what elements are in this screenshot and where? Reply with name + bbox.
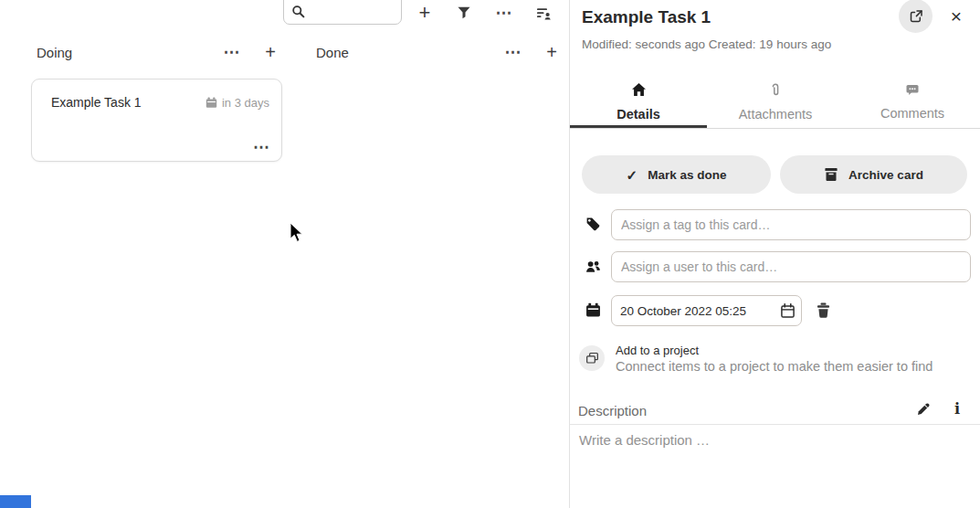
remove-date-button[interactable] — [809, 299, 837, 323]
assignee-filter-button[interactable] — [529, 0, 558, 26]
column-header-doing: Doing ⋯ + — [37, 40, 281, 64]
tab-comments[interactable]: Comments — [844, 77, 980, 128]
archive-icon — [824, 167, 838, 182]
board-menu-button[interactable]: ⋯ — [490, 0, 519, 26]
assign-tag-input[interactable] — [611, 209, 971, 240]
calendar-outline-icon — [780, 303, 796, 319]
plus-icon: + — [546, 43, 557, 61]
open-calendar-button[interactable] — [780, 303, 796, 319]
search-entry[interactable] — [283, 0, 402, 25]
plus-icon: + — [419, 3, 431, 23]
column-header-done: Done ⋯ + — [316, 40, 563, 64]
stray-blue-fragment — [0, 495, 31, 508]
assign-user-input[interactable] — [611, 251, 971, 282]
tab-label: Comments — [880, 106, 944, 121]
plus-icon: + — [265, 43, 276, 61]
add-to-project-row[interactable]: Add to a project Connect items to a proj… — [570, 340, 980, 376]
tab-label: Attachments — [739, 107, 813, 122]
check-icon: ✓ — [627, 168, 638, 182]
task-card[interactable]: Example Task 1 in 3 days ⋯ — [31, 79, 282, 162]
add-to-project-title: Add to a project — [616, 344, 699, 357]
trash-icon — [816, 302, 831, 319]
pencil-icon — [916, 402, 931, 417]
due-date-field[interactable]: 20 October 2022 05:25 — [611, 295, 802, 326]
card-due-badge: in 3 days — [205, 96, 269, 110]
ellipsis-icon: ⋯ — [253, 138, 270, 156]
add-card-button[interactable]: + — [410, 0, 439, 26]
card-title: Example Task 1 — [51, 95, 205, 110]
filter-button[interactable] — [449, 0, 479, 26]
tab-label: Details — [616, 107, 660, 122]
paperclip-icon — [768, 82, 783, 98]
mark-as-done-button[interactable]: ✓ Mark as done — [582, 155, 771, 194]
panel-tabs: Details Attachments Comments — [570, 77, 980, 129]
archive-card-label: Archive card — [848, 168, 923, 182]
info-icon: i — [954, 400, 960, 418]
assignee-list-icon — [536, 5, 552, 21]
description-info-button[interactable]: i — [948, 398, 966, 418]
tab-details[interactable]: Details — [570, 77, 707, 128]
external-link-icon — [909, 9, 923, 24]
mark-as-done-label: Mark as done — [648, 168, 726, 182]
tab-attachments[interactable]: Attachments — [707, 77, 844, 128]
search-icon — [291, 5, 306, 19]
ellipsis-icon: ⋯ — [505, 44, 522, 60]
close-panel-button[interactable]: × — [942, 2, 971, 29]
column-menu-button[interactable]: ⋯ — [502, 41, 524, 63]
search-input[interactable] — [310, 3, 395, 23]
ellipsis-icon: ⋯ — [496, 5, 513, 21]
comment-bubble-icon — [905, 82, 920, 97]
users-icon — [585, 259, 601, 274]
column-add-button[interactable]: + — [259, 41, 281, 63]
ellipsis-icon: ⋯ — [224, 44, 241, 60]
card-menu-button[interactable]: ⋯ — [253, 139, 270, 155]
project-windows-icon — [585, 352, 599, 365]
column-add-button[interactable]: + — [541, 41, 563, 63]
card-details-panel: Example Task 1 Modified: seconds ago Cre… — [569, 0, 980, 508]
card-due-text: in 3 days — [222, 96, 269, 110]
calendar-icon — [585, 302, 601, 318]
panel-title: Example Task 1 — [582, 7, 711, 27]
app-window: + ⋯ Doing ⋯ + — [0, 0, 980, 508]
column-title: Done — [316, 45, 502, 60]
description-placeholder[interactable]: Write a description … — [579, 432, 710, 448]
panel-modified-created-meta: Modified: seconds ago Created: 19 hours … — [582, 37, 831, 51]
close-icon: × — [951, 5, 962, 26]
filter-funnel-icon — [457, 5, 471, 20]
description-divider — [570, 424, 980, 425]
description-label: Description — [578, 403, 647, 418]
mouse-cursor — [290, 222, 303, 243]
due-date-value: 20 October 2022 05:25 — [612, 304, 780, 318]
open-in-window-button[interactable] — [899, 0, 933, 33]
archive-card-button[interactable]: Archive card — [780, 155, 967, 194]
add-to-project-subtitle: Connect items to a project to make them … — [616, 359, 933, 374]
project-icon-circle — [579, 345, 605, 371]
tag-icon — [585, 217, 601, 232]
column-title: Doing — [37, 45, 221, 60]
edit-description-button[interactable] — [912, 399, 934, 419]
home-icon — [631, 82, 647, 98]
calendar-icon — [205, 97, 217, 109]
column-menu-button[interactable]: ⋯ — [221, 41, 243, 63]
